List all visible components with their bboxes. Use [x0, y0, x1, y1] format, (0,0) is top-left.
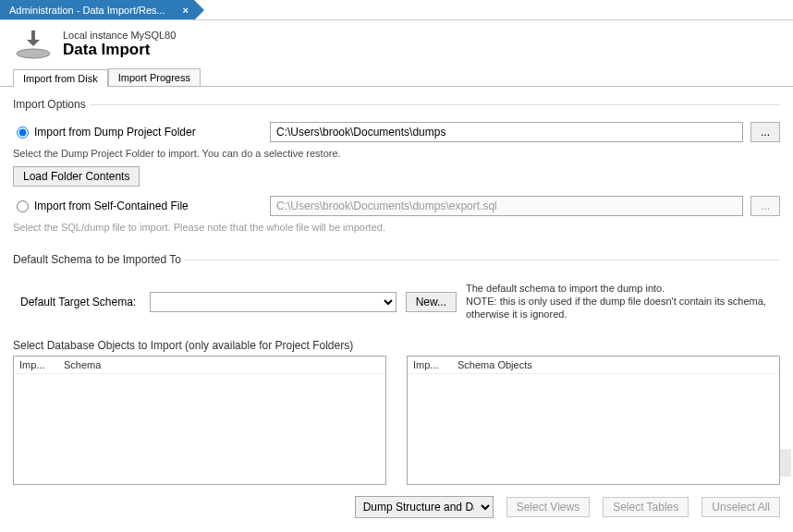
target-schema-select[interactable] [150, 292, 396, 312]
schema-objects-listbox[interactable]: Imp... Schema Objects [407, 356, 780, 485]
instance-label: Local instance MySQL80 [63, 30, 176, 41]
import-file-radio-label[interactable]: Import from Self-Contained File [13, 200, 262, 212]
import-folder-radio-text: Import from Dump Project Folder [34, 126, 196, 139]
target-schema-label: Default Target Schema: [20, 296, 140, 308]
new-schema-button[interactable]: New... [406, 292, 457, 312]
objects-tables: Imp... Schema Imp... Schema Objects [13, 356, 780, 485]
import-options-group: Import Options Import from Dump Project … [13, 98, 780, 240]
window-tab-title: Administration - Data Import/Res... [9, 5, 165, 16]
schema-objects-listbox-header: Imp... Schema Objects [408, 357, 779, 374]
default-schema-legend: Default Schema to be Imported To [13, 253, 185, 266]
import-folder-radio[interactable] [17, 127, 29, 139]
tab-import-progress[interactable]: Import Progress [108, 68, 201, 86]
page-title: Data Import [63, 41, 176, 59]
import-folder-row: Import from Dump Project Folder ... [13, 122, 780, 142]
svg-point-0 [17, 49, 50, 58]
file-path-input[interactable] [270, 196, 743, 216]
load-folder-contents-button[interactable]: Load Folder Contents [13, 166, 140, 187]
schema-col-import: Imp... [19, 359, 64, 370]
schema-listbox[interactable]: Imp... Schema [13, 356, 386, 485]
objects-col-import: Imp... [413, 359, 458, 370]
file-hint: Select the SQL/dump file to import. Plea… [13, 222, 780, 233]
dump-structure-select[interactable]: Dump Structure and Dat [355, 496, 494, 518]
tab-import-from-disk[interactable]: Import from Disk [13, 69, 108, 87]
select-tables-button[interactable]: Select Tables [603, 497, 689, 517]
content-area: Import Options Import from Dump Project … [0, 87, 793, 529]
unselect-all-button[interactable]: Unselect All [702, 497, 780, 517]
import-file-radio[interactable] [17, 200, 29, 212]
default-schema-row: Default Target Schema: New... The defaul… [20, 283, 780, 320]
schema-note: The default schema to import the dump in… [466, 283, 780, 320]
default-schema-group: Default Schema to be Imported To Default… [13, 253, 780, 326]
schema-col-schema: Schema [64, 359, 101, 370]
import-options-legend: Import Options [13, 98, 90, 111]
folder-path-input[interactable] [270, 122, 743, 142]
bottom-controls: Dump Structure and Dat Select Views Sele… [13, 496, 780, 518]
objects-col-schema-objects: Schema Objects [458, 359, 532, 370]
folder-browse-button[interactable]: ... [750, 122, 780, 142]
page-header: Local instance MySQL80 Data Import [0, 20, 793, 65]
import-icon [13, 28, 54, 61]
vertical-scrollbar[interactable] [780, 449, 791, 477]
folder-hint: Select the Dump Project Folder to import… [13, 148, 780, 159]
select-views-button[interactable]: Select Views [506, 497, 590, 517]
import-file-row: Import from Self-Contained File ... [13, 196, 780, 216]
window-tab-active[interactable]: Administration - Data Import/Res... × [0, 0, 194, 19]
file-browse-button[interactable]: ... [750, 196, 780, 216]
window-tab-bar: Administration - Data Import/Res... × [0, 0, 793, 20]
objects-section-label: Select Database Objects to Import (only … [13, 339, 780, 352]
schema-listbox-header: Imp... Schema [14, 357, 385, 374]
import-file-radio-text: Import from Self-Contained File [34, 200, 189, 212]
window-tab-close-icon[interactable]: × [183, 5, 189, 16]
sub-tab-bar: Import from Disk Import Progress [0, 68, 793, 87]
import-folder-radio-label[interactable]: Import from Dump Project Folder [13, 126, 262, 139]
